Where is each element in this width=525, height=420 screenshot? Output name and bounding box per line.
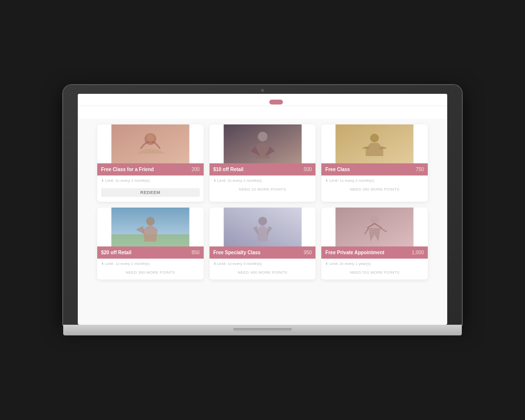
card-action-4: NEED 460 MORE POINTS [213,268,312,277]
card-footer-5: Free Private Appointment1,000 [321,246,428,259]
laptop-frame: Free Class for a Friend200Limit: 2x ever… [63,85,462,335]
tab-earning[interactable] [256,99,258,105]
laptop-base [63,325,462,335]
card-body-4: Limit: 1x every 3 month(s)NEED 460 MORE … [210,259,316,280]
card-image-5 [321,208,428,246]
perk-card: $10 off Retail500Limit: 2x every 1 month… [210,124,316,202]
camera-dot [261,89,264,92]
card-limit: Limit: 1x every 2 month(s) [325,178,424,183]
card-limit: Limit: 1x every 1 month(s) [101,262,200,266]
sub-nav [78,106,447,119]
card-points: 850 [192,250,200,255]
need-points-label: NEED 10 MORE POINTS [213,187,312,192]
redeem-button[interactable]: REDEEM [101,188,200,197]
card-points: 950 [304,250,312,255]
need-points-label: NEED 510 MORE POINTS [325,270,424,275]
svg-point-9 [370,134,379,142]
app-content: Free Class for a Friend200Limit: 2x ever… [78,94,447,325]
tab-points[interactable] [242,99,244,105]
card-action-0[interactable]: REDEEM [101,185,200,199]
svg-point-13 [146,217,155,226]
card-body-5: Limit: 2x every 1 year(s)NEED 510 MORE P… [321,259,428,280]
svg-point-3 [146,134,154,142]
svg-rect-18 [336,208,414,246]
card-action-1: NEED 10 MORE POINTS [213,185,312,193]
card-body-1: Limit: 2x every 1 month(s)NEED 10 MORE P… [210,175,316,196]
card-image-1 [210,124,316,163]
card-action-2: NEED 260 MORE POINTS [325,185,424,193]
card-footer-2: Free Class750 [321,163,428,175]
card-limit: Limit: 2x every 1 month(s) [101,178,200,183]
card-footer-3: $20 off Retail850 [97,246,204,259]
screen-bezel: Free Class for a Friend200Limit: 2x ever… [63,85,462,325]
card-title: Free Private Appointment [325,249,384,256]
perk-card: Free Private Appointment1,000Limit: 2x e… [321,208,428,280]
laptop-hinge [233,328,292,332]
card-footer-4: Free Specialty Class950 [210,246,316,259]
card-image-3 [97,208,204,246]
svg-point-6 [258,132,267,141]
need-points-label: NEED 360 MORE POINTS [101,270,200,275]
card-limit: Limit: 2x every 1 year(s) [325,262,424,266]
card-action-3: NEED 360 MORE POINTS [101,268,200,277]
card-title: $10 off Retail [213,166,244,173]
card-points: 750 [416,167,424,172]
card-image-4 [210,208,316,246]
card-footer-0: Free Class for a Friend200 [97,163,204,175]
perk-card: $20 off Retail850Limit: 1x every 1 month… [97,208,204,280]
need-points-label: NEED 260 MORE POINTS [325,187,424,192]
card-title: $20 off Retail [101,249,131,256]
card-image-2 [321,124,428,163]
card-title: Free Class [325,166,350,173]
need-points-label: NEED 460 MORE POINTS [213,270,312,275]
card-points: 500 [304,167,312,172]
card-points: 1,000 [412,250,424,255]
perk-card: Free Specialty Class950Limit: 1x every 3… [210,208,316,280]
card-image-0 [97,124,204,163]
laptop-screen: Free Class for a Friend200Limit: 2x ever… [78,94,447,325]
svg-point-19 [370,215,379,224]
card-limit: Limit: 2x every 1 month(s) [213,178,312,183]
card-title: Free Class for a Friend [101,166,154,173]
card-limit: Limit: 1x every 3 month(s) [213,262,312,266]
card-body-0: Limit: 2x every 1 month(s)REDEEM [97,175,204,202]
top-nav [78,94,447,106]
perk-card: Free Class for a Friend200Limit: 2x ever… [97,124,204,202]
svg-point-16 [258,217,267,226]
card-body-3: Limit: 1x every 1 month(s)NEED 360 MORE … [97,259,204,280]
card-points: 200 [192,167,200,172]
card-title: Free Specialty Class [213,249,261,256]
card-action-5: NEED 510 MORE POINTS [325,268,424,277]
card-body-2: Limit: 1x every 2 month(s)NEED 260 MORE … [321,175,428,196]
perk-card: Free Class750Limit: 1x every 2 month(s)N… [321,124,428,202]
card-footer-1: $10 off Retail500 [210,163,316,175]
tab-perks[interactable] [269,100,283,105]
perks-grid: Free Class for a Friend200Limit: 2x ever… [78,119,447,289]
